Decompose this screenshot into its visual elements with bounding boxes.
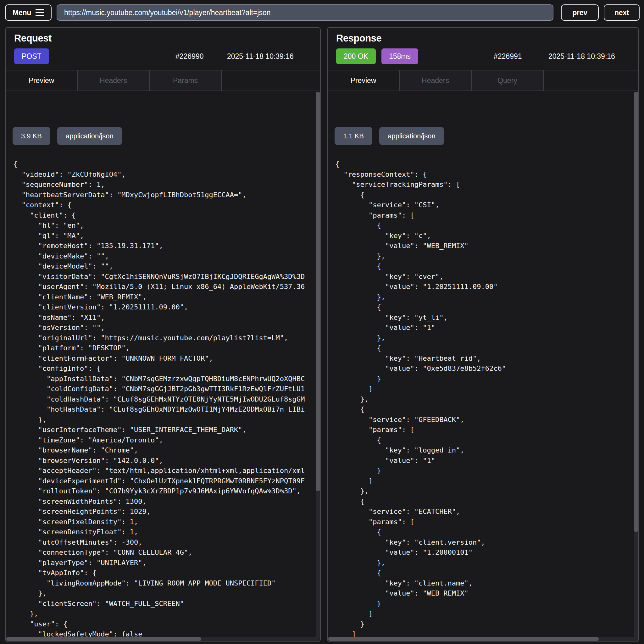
response-horizontal-scrollbar[interactable] xyxy=(328,637,638,641)
request-size-badge: 3.9 KB xyxy=(13,127,50,145)
prev-button[interactable]: prev xyxy=(561,4,599,21)
request-panel: Request POST #226990 2025-11-18 10:39:16… xyxy=(5,27,321,642)
response-id: #226991 xyxy=(494,52,522,61)
response-tabbar: Preview Headers Query xyxy=(328,70,638,91)
response-duration-badge: 158ms xyxy=(381,48,418,64)
response-timestamp: 2025-11-18 10:39:16 xyxy=(548,52,615,61)
request-tab-headers[interactable]: Headers xyxy=(78,70,150,91)
menu-button[interactable]: Menu xyxy=(5,4,52,21)
response-tab-query[interactable]: Query xyxy=(472,70,544,91)
response-tab-preview[interactable]: Preview xyxy=(328,70,400,91)
response-tab-headers[interactable]: Headers xyxy=(400,70,472,91)
request-timestamp: 2025-11-18 10:39:16 xyxy=(227,52,294,61)
next-button[interactable]: next xyxy=(604,4,640,21)
response-body-json: { "responseContext": { "serviceTrackingP… xyxy=(335,159,639,638)
request-id: #226990 xyxy=(175,52,204,61)
response-horizontal-scrollbar-thumb[interactable] xyxy=(328,637,599,641)
response-vertical-scrollbar[interactable] xyxy=(634,92,638,638)
response-vertical-scrollbar-thumb[interactable] xyxy=(634,92,638,532)
response-panel: Response 200 OK 158ms #226991 2025-11-18… xyxy=(327,27,639,642)
request-horizontal-scrollbar[interactable] xyxy=(6,637,319,641)
request-tab-preview[interactable]: Preview xyxy=(6,70,78,91)
response-content-type-badge: application/json xyxy=(379,127,444,145)
request-vertical-scrollbar-thumb[interactable] xyxy=(316,92,320,491)
request-method-badge: POST xyxy=(14,48,49,64)
response-status-badge: 200 OK xyxy=(336,48,376,64)
request-horizontal-scrollbar-thumb[interactable] xyxy=(6,637,201,641)
menu-button-label: Menu xyxy=(13,8,31,17)
hamburger-icon xyxy=(36,9,44,16)
url-input[interactable]: https://music.youtube.com/youtubei/v1/pl… xyxy=(57,4,553,21)
app-window: Menu https://music.youtube.com/youtubei/… xyxy=(0,0,644,644)
request-content-type-badge: application/json xyxy=(57,127,122,145)
url-text: https://music.youtube.com/youtubei/v1/pl… xyxy=(64,8,271,17)
request-vertical-scrollbar[interactable] xyxy=(316,92,320,638)
response-size-badge: 1.1 KB xyxy=(335,127,372,145)
request-body-json: { "videoId": "ZkCUfoNgIO4", "sequenceNum… xyxy=(13,159,316,638)
request-tab-params[interactable]: Params xyxy=(150,70,222,91)
request-panel-title: Request xyxy=(14,33,52,44)
response-panel-title: Response xyxy=(336,33,381,44)
request-tabbar: Preview Headers Params xyxy=(6,70,320,91)
